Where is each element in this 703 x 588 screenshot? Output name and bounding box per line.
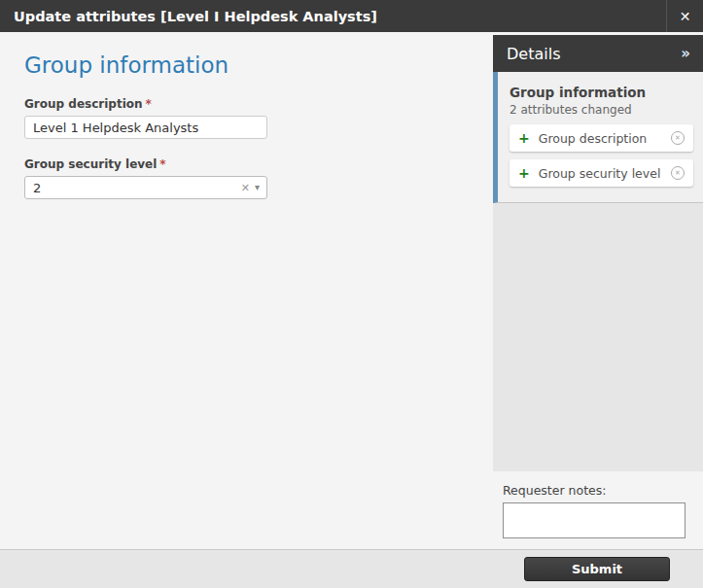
requester-notes-section: Requester notes: bbox=[493, 471, 703, 549]
added-attribute-icon: + bbox=[518, 131, 530, 145]
revert-change-icon[interactable]: ✕ bbox=[671, 166, 685, 180]
group-description-label-text: Group description bbox=[24, 97, 143, 111]
attributes-changed-count: 2 attributes changed bbox=[510, 103, 693, 117]
changed-attribute-label: Group security level bbox=[539, 166, 671, 181]
dialog-titlebar: Update attributes [Level I Helpdesk Anal… bbox=[0, 0, 703, 32]
caret-down-icon[interactable]: ▾ bbox=[255, 183, 266, 192]
details-panel-title: Details bbox=[493, 45, 681, 63]
update-attributes-dialog: Update attributes [Level I Helpdesk Anal… bbox=[0, 0, 703, 588]
changed-attribute-row[interactable]: + Group security level ✕ bbox=[510, 159, 693, 187]
close-icon[interactable]: ✕ bbox=[666, 0, 703, 32]
group-description-label: Group description* bbox=[24, 97, 267, 111]
main-form-area: Group information Group description* Gro… bbox=[0, 32, 493, 549]
collapse-panel-icon[interactable]: » bbox=[681, 45, 703, 62]
group-description-field-group: Group description* bbox=[24, 97, 267, 139]
details-panel: Details » Group information 2 attributes… bbox=[493, 32, 703, 549]
submit-button[interactable]: Submit bbox=[524, 557, 670, 581]
changed-attribute-row[interactable]: + Group description ✕ bbox=[510, 124, 693, 152]
panel-filler bbox=[493, 203, 703, 471]
group-security-level-select[interactable]: 2 ✕ ▾ bbox=[24, 176, 267, 199]
dialog-footer: Submit bbox=[0, 549, 703, 588]
dialog-title: Update attributes [Level I Helpdesk Anal… bbox=[0, 9, 666, 24]
required-asterisk: * bbox=[146, 97, 152, 111]
page-title: Group information bbox=[24, 52, 493, 79]
requester-notes-input[interactable] bbox=[503, 502, 685, 538]
changed-attribute-label: Group description bbox=[539, 131, 671, 146]
group-description-input[interactable] bbox=[24, 116, 267, 139]
selected-value: 2 bbox=[25, 181, 236, 195]
clear-selection-icon[interactable]: ✕ bbox=[236, 182, 255, 194]
changes-section-title: Group information bbox=[510, 85, 693, 100]
group-security-level-label-text: Group security level bbox=[24, 157, 157, 171]
added-attribute-icon: + bbox=[518, 166, 530, 180]
changes-section: Group information 2 attributes changed +… bbox=[493, 72, 703, 203]
revert-change-icon[interactable]: ✕ bbox=[671, 131, 685, 145]
group-security-level-field-group: Group security level* 2 ✕ ▾ bbox=[24, 157, 267, 199]
requester-notes-label: Requester notes: bbox=[503, 483, 685, 498]
details-panel-header: Details » bbox=[493, 35, 703, 72]
required-asterisk: * bbox=[159, 157, 165, 171]
group-security-level-label: Group security level* bbox=[24, 157, 267, 171]
